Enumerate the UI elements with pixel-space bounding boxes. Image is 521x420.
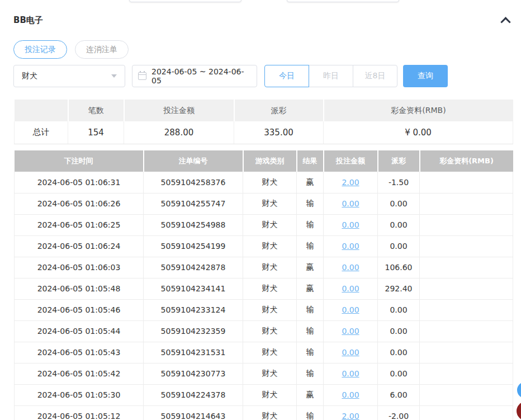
records-header-game: 游戏类别 (243, 150, 297, 172)
table-row: 2024-06-05 01:05:46 5059104233124 财犬 输 0… (15, 299, 513, 320)
cell-bet: 2.00 (324, 172, 378, 193)
cell-game: 财犬 (243, 320, 297, 342)
bet-amount-link[interactable]: 0.00 (342, 199, 359, 208)
cell-time: 2024-06-05 01:05:30 (15, 384, 144, 405)
cell-game: 财犬 (243, 172, 297, 193)
range-yesterday-button[interactable]: 昨日 (309, 65, 353, 87)
cell-time: 2024-06-05 01:06:25 (15, 214, 144, 235)
cell-game: 财犬 (243, 214, 297, 235)
range-last8days-button[interactable]: 近8日 (353, 65, 397, 87)
cell-bonus (420, 257, 513, 278)
cell-order: 5059104224378 (144, 384, 243, 405)
bet-amount-link[interactable]: 0.00 (342, 263, 359, 272)
cell-payout: 0.00 (378, 193, 420, 214)
table-row: 2024-06-05 01:06:24 5059104254199 财犬 输 0… (15, 235, 513, 257)
bet-amount-link[interactable]: 0.00 (342, 390, 359, 399)
table-row: 2024-06-05 01:05:42 5059104230773 财犬 输 0… (15, 363, 513, 384)
records-header-payout: 派彩 (378, 150, 420, 172)
tab-bet-records[interactable]: 投注记录 (13, 40, 67, 59)
cell-order: 5059104254988 (144, 214, 243, 235)
bet-amount-link[interactable]: 0.00 (342, 284, 359, 293)
caret-down-icon (111, 74, 117, 78)
table-row: 2024-06-05 01:05:44 5059104232359 财犬 输 0… (15, 320, 513, 342)
cell-bet: 0.00 (324, 214, 378, 235)
cell-bet: 0.00 (324, 193, 378, 214)
section-header: BB电子 (13, 15, 510, 26)
table-row: 2024-06-05 01:06:25 5059104254988 财犬 输 0… (15, 214, 513, 235)
cell-result: 输 (297, 193, 324, 214)
cell-order: 5059104258376 (144, 172, 243, 193)
bet-amount-link[interactable]: 0.00 (342, 369, 359, 378)
cell-game: 财犬 (243, 342, 297, 363)
cell-bonus (420, 363, 513, 384)
cell-order: 5059104231531 (144, 342, 243, 363)
cell-order: 5059104232359 (144, 320, 243, 342)
cell-payout: 0.00 (378, 342, 420, 363)
section-title: BB电子 (13, 15, 43, 26)
cell-order: 5059104230773 (144, 363, 243, 384)
quick-range-group: 今日 昨日 近8日 (264, 65, 397, 87)
floating-widget-red-button[interactable] (517, 402, 521, 420)
cell-result: 赢 (297, 257, 324, 278)
cell-payout: 6.00 (378, 384, 420, 405)
records-header-bonus: 彩金资料(RMB) (420, 150, 513, 172)
cell-bonus (420, 299, 513, 320)
bet-amount-link[interactable]: 0.00 (342, 305, 359, 314)
cropped-input-right[interactable] (287, 0, 399, 2)
cell-game: 财犬 (243, 193, 297, 214)
records-tbody: 2024-06-05 01:06:31 5059104258376 财犬 赢 2… (15, 172, 513, 420)
cell-order: 5059104254199 (144, 235, 243, 257)
table-row: 2024-06-05 01:05:30 5059104224378 财犬 赢 0… (15, 384, 513, 405)
cell-game: 财犬 (243, 278, 297, 299)
collapse-chevron-up-icon[interactable] (500, 17, 510, 27)
cropped-input-left[interactable] (129, 0, 241, 2)
cell-bet: 0.00 (324, 278, 378, 299)
game-select[interactable]: 财犬 (13, 65, 125, 87)
cell-order: 5059104214643 (144, 405, 243, 420)
tabs: 投注记录 连消注单 (13, 40, 129, 59)
cell-order: 5059104255747 (144, 193, 243, 214)
search-button[interactable]: 查询 (403, 65, 448, 87)
cell-result: 输 (297, 320, 324, 342)
records-header-order: 注单编号 (144, 150, 243, 172)
cell-result: 输 (297, 299, 324, 320)
table-row: 2024-06-05 01:05:48 5059104234141 财犬 赢 0… (15, 278, 513, 299)
table-row: 2024-06-05 01:06:26 5059104255747 财犬 输 0… (15, 193, 513, 214)
cell-bet: 0.00 (324, 342, 378, 363)
cell-result: 输 (297, 342, 324, 363)
cell-payout: 0.00 (378, 320, 420, 342)
cell-bonus (420, 320, 513, 342)
bet-amount-link[interactable]: 2.00 (342, 412, 359, 420)
records-table: 下注时间 注单编号 游戏类别 结果 投注金额 派彩 彩金资料(RMB) 2024… (14, 150, 513, 420)
summary-header-bonus: 彩金资料(RMB) (324, 100, 513, 121)
cell-game: 财犬 (243, 257, 297, 278)
bet-amount-link[interactable]: 2.00 (342, 178, 359, 187)
floating-widget-blue-button[interactable] (517, 382, 521, 398)
cell-time: 2024-06-05 01:06:26 (15, 193, 144, 214)
cell-payout: 0.00 (378, 299, 420, 320)
cell-bonus (420, 172, 513, 193)
cell-bonus (420, 235, 513, 257)
records-header-result: 结果 (297, 150, 324, 172)
tab-void-orders[interactable]: 连消注单 (75, 40, 129, 59)
bet-amount-link[interactable]: 0.00 (342, 220, 359, 229)
cell-bet: 0.00 (324, 235, 378, 257)
cell-payout: -2.00 (378, 405, 420, 420)
summary-total-row: 总计 154 288.00 335.00 ¥ 0.00 (15, 121, 513, 144)
cell-payout: 0.00 (378, 363, 420, 384)
summary-total-payout: 335.00 (234, 121, 324, 144)
cell-payout: 0.00 (378, 235, 420, 257)
summary-table: 笔数 投注金额 派彩 彩金资料(RMB) 总计 154 288.00 335.0… (14, 100, 513, 144)
cell-game: 财犬 (243, 405, 297, 420)
range-today-button[interactable]: 今日 (264, 65, 309, 87)
bet-amount-link[interactable]: 0.00 (342, 348, 359, 357)
cell-order: 5059104234141 (144, 278, 243, 299)
summary-header-bet-amount: 投注金额 (124, 100, 234, 121)
bet-amount-link[interactable]: 0.00 (342, 327, 359, 336)
cell-bonus (420, 278, 513, 299)
summary-header-count: 笔数 (68, 100, 124, 121)
bet-amount-link[interactable]: 0.00 (342, 242, 359, 251)
cell-bet: 0.00 (324, 257, 378, 278)
calendar-icon (138, 72, 146, 80)
date-range-input[interactable]: 2024-06-05 ~ 2024-06-05 (132, 65, 257, 87)
